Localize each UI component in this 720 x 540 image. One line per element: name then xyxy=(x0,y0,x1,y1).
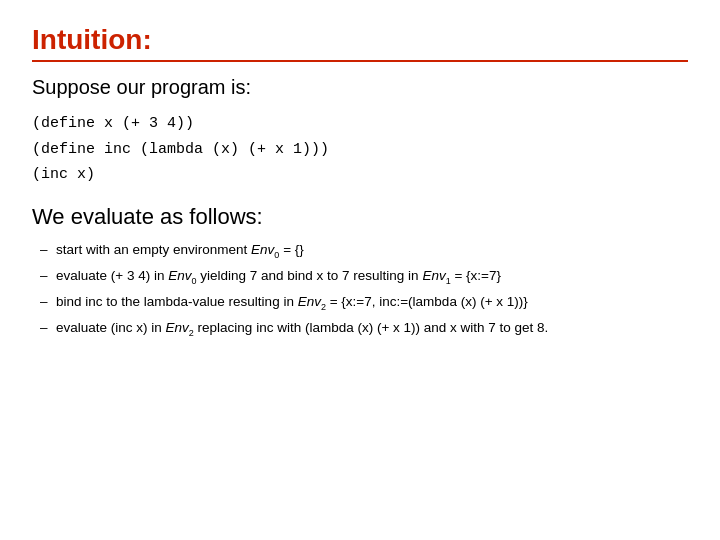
code-block: (define x (+ 3 4)) (define inc (lambda (… xyxy=(32,111,688,188)
bullet-4: evaluate (inc x) in Env2 replacing inc w… xyxy=(40,318,688,340)
section-heading: We evaluate as follows: xyxy=(32,204,688,230)
title: Intuition: xyxy=(32,24,688,62)
bullet-2: evaluate (+ 3 4) in Env0 yielding 7 and … xyxy=(40,266,688,288)
bullet-3: bind inc to the lambda-value resulting i… xyxy=(40,292,688,314)
code-line-2: (define inc (lambda (x) (+ x 1))) xyxy=(32,137,688,163)
subtitle: Suppose our program is: xyxy=(32,76,688,99)
bullet-list: start with an empty environment Env0 = {… xyxy=(32,240,688,341)
code-line-1: (define x (+ 3 4)) xyxy=(32,111,688,137)
code-line-3: (inc x) xyxy=(32,162,688,188)
bullet-1: start with an empty environment Env0 = {… xyxy=(40,240,688,262)
